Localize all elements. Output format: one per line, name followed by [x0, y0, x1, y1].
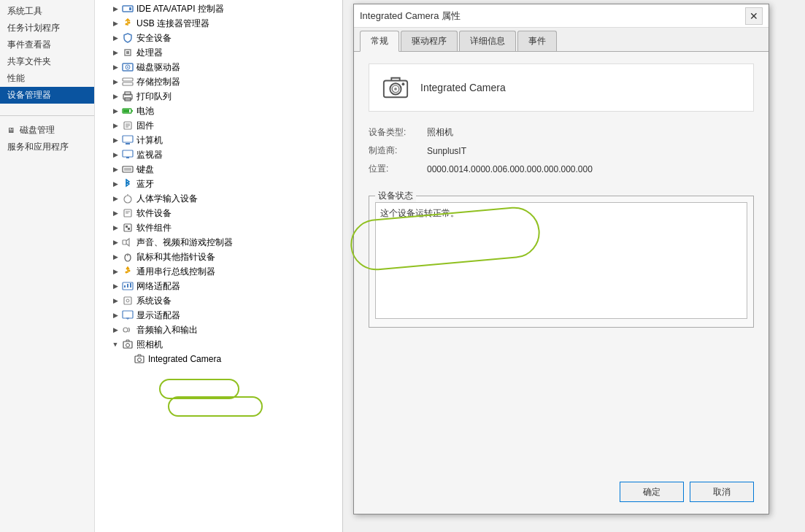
sidebar-item-services[interactable]: 服务和应用程序 — [0, 139, 94, 155]
network-icon — [121, 280, 134, 292]
expand-arrow-ide[interactable]: ▶ — [109, 3, 121, 15]
location-value: 0000.0014.0000.006.000.000.000.000.000 — [427, 164, 593, 174]
svg-point-40 — [128, 270, 131, 272]
device-type-value: 照相机 — [427, 126, 453, 139]
svg-point-28 — [124, 196, 131, 203]
tab-general[interactable]: 常规 — [360, 31, 399, 52]
tab-events[interactable]: 事件 — [517, 31, 557, 51]
system-icon — [121, 295, 134, 307]
svg-rect-45 — [124, 297, 131, 304]
tree-item-processor[interactable]: ▶ 处理器 — [95, 45, 342, 60]
tab-driver[interactable]: 驱动程序 — [401, 31, 458, 51]
expand-arrow-keyboard[interactable]: ▶ — [109, 163, 121, 175]
expand-arrow-mouse[interactable]: ▶ — [109, 251, 121, 263]
usb-ctrl-label: 通用串行总线控制器 — [136, 266, 215, 278]
tree-item-camera-group[interactable]: ▼ 照相机 — [95, 337, 342, 352]
svg-point-3 — [128, 22, 131, 24]
sidebar-item-performance[interactable]: 性能 — [0, 70, 94, 87]
manufacturer-label: 制造商: — [369, 144, 427, 157]
tree-item-monitor[interactable]: ▶ 监视器 — [95, 147, 342, 162]
expand-arrow-camera-group[interactable]: ▼ — [109, 339, 121, 350]
expand-arrow-computer[interactable]: ▶ — [109, 134, 121, 146]
sidebar-menu: 系统工具 任务计划程序 事件查看器 共享文件夹 性能 设备管理器 🖥 磁盘管理 … — [0, 0, 95, 532]
cancel-button[interactable]: 取消 — [690, 482, 754, 502]
expand-arrow-software-device[interactable]: ▶ — [109, 207, 121, 219]
svg-rect-35 — [128, 228, 130, 230]
dialog-close-button[interactable]: ✕ — [745, 7, 763, 25]
tree-item-printer[interactable]: ▶ 打印队列 — [95, 89, 342, 104]
sidebar-item-storage-mgmt[interactable]: 🖥 磁盘管理 — [0, 122, 94, 139]
expand-arrow-security[interactable]: ▶ — [109, 32, 121, 44]
performance-label: 性能 — [7, 72, 25, 85]
tree-item-hid[interactable]: ▶ 人体学输入设备 — [95, 191, 342, 206]
expand-arrow-network[interactable]: ▶ — [109, 280, 121, 292]
sidebar-item-system-tools[interactable]: 系统工具 — [0, 3, 94, 20]
expand-arrow-usb[interactable]: ▶ — [109, 18, 121, 29]
ok-button[interactable]: 确定 — [620, 482, 684, 502]
system-tools-label: 系统工具 — [7, 5, 42, 18]
integrated-camera-label: Integrated Camera — [148, 354, 221, 364]
tab-details[interactable]: 详细信息 — [459, 31, 516, 51]
audio-icon — [121, 236, 134, 248]
tree-item-ide[interactable]: ▶ IDE ATA/ATAPI 控制器 — [95, 1, 342, 16]
expand-arrow-software-component[interactable]: ▶ — [109, 222, 121, 234]
tree-item-network[interactable]: ▶ 网络适配器 — [95, 279, 342, 293]
tree-container: ▶ IDE ATA/ATAPI 控制器 ▶ USB 连接器管理器 ▶ 安全设备 … — [95, 0, 342, 514]
tree-item-system[interactable]: ▶ 系统设备 — [95, 293, 342, 308]
tree-item-usb[interactable]: ▶ USB 连接器管理器 — [95, 16, 342, 31]
svg-rect-44 — [130, 283, 131, 288]
expand-arrow-audio[interactable]: ▶ — [109, 236, 121, 248]
tree-item-keyboard[interactable]: ▶ 键盘 — [95, 162, 342, 177]
printer-label: 打印队列 — [136, 90, 172, 103]
device-status-textarea[interactable] — [375, 202, 747, 319]
device-name: Integrated Camera — [420, 82, 506, 93]
expand-arrow-usb-ctrl[interactable]: ▶ — [109, 266, 121, 277]
tree-item-audio2[interactable]: ▶ 音频输入和输出 — [95, 323, 342, 337]
expand-arrow-printer[interactable]: ▶ — [109, 90, 121, 102]
expand-arrow-battery[interactable]: ▶ — [109, 105, 121, 117]
computer-label: 计算机 — [136, 134, 163, 147]
task-scheduler-label: 任务计划程序 — [7, 22, 60, 34]
tree-item-security[interactable]: ▶ 安全设备 — [95, 31, 342, 45]
tree-item-display[interactable]: ▶ 显示适配器 — [95, 308, 342, 323]
tree-item-mouse[interactable]: ▶ 鼠标和其他指针设备 — [95, 250, 342, 264]
tree-item-software-device[interactable]: ▶ 软件设备 — [95, 206, 342, 220]
tree-item-integrated-camera[interactable]: ▶ Integrated Camera — [95, 352, 342, 366]
component-icon — [121, 222, 134, 234]
expand-arrow-bluetooth[interactable]: ▶ — [109, 178, 121, 190]
sidebar-item-event-viewer[interactable]: 事件查看器 — [0, 36, 94, 53]
usb-ctrl-icon — [121, 266, 134, 277]
svg-rect-22 — [126, 143, 130, 144]
expand-arrow-system[interactable]: ▶ — [109, 295, 121, 307]
tree-item-software-component[interactable]: ▶ 软件组件 — [95, 220, 342, 235]
expand-arrow-hid[interactable]: ▶ — [109, 193, 121, 204]
tree-item-computer[interactable]: ▶ 计算机 — [95, 133, 342, 147]
sidebar-item-device-manager[interactable]: 设备管理器 — [0, 87, 94, 104]
expand-arrow-monitor[interactable]: ▶ — [109, 149, 121, 161]
tree-item-battery[interactable]: ▶ 电池 — [95, 104, 342, 118]
expand-arrow-firmware[interactable]: ▶ — [109, 120, 121, 131]
expand-arrow-storage[interactable]: ▶ — [109, 76, 121, 88]
sidebar-item-shared-folders[interactable]: 共享文件夹 — [0, 53, 94, 70]
tree-item-usb-ctrl[interactable]: ▶ 通用串行总线控制器 — [95, 264, 342, 279]
sidebar-item-task-scheduler[interactable]: 任务计划程序 — [0, 20, 94, 36]
status-legend: 设备状态 — [375, 190, 416, 202]
expand-arrow-disk[interactable]: ▶ — [109, 61, 121, 73]
expand-arrow-processor[interactable]: ▶ — [109, 47, 121, 58]
expand-arrow-audio2[interactable]: ▶ — [109, 324, 121, 336]
tree-item-firmware[interactable]: ▶ 固件 — [95, 118, 342, 133]
tree-item-audio[interactable]: ▶ 声音、视频和游戏控制器 — [95, 235, 342, 250]
display-label: 显示适配器 — [136, 309, 180, 322]
bluetooth-label: 蓝牙 — [136, 178, 154, 190]
security-label: 安全设备 — [136, 32, 172, 45]
tree-item-disk[interactable]: ▶ 磁盘驱动器 — [95, 60, 342, 74]
expand-arrow-display[interactable]: ▶ — [109, 309, 121, 321]
svg-point-2 — [126, 23, 128, 26]
hdd-icon — [121, 3, 134, 15]
device-status-section: 设备状态 — [369, 196, 754, 328]
dialog-title: Integrated Camera 属性 — [360, 9, 461, 23]
monitor-label: 监视器 — [136, 149, 163, 161]
tree-item-storage[interactable]: ▶ 存储控制器 — [95, 74, 342, 89]
tree-item-bluetooth[interactable]: ▶ 蓝牙 — [95, 177, 342, 191]
svg-point-58 — [394, 88, 397, 90]
